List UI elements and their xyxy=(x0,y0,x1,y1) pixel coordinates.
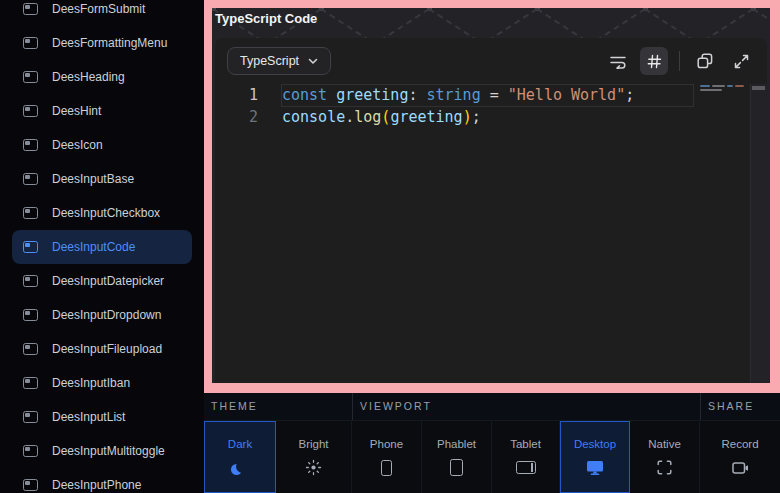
component-icon xyxy=(23,3,38,15)
component-icon xyxy=(23,173,38,185)
viewport-phone-button[interactable]: Phone xyxy=(352,421,422,493)
scrollbar-thumb[interactable] xyxy=(752,86,765,90)
sidebar-item-deesinputcheckbox[interactable]: DeesInputCheckbox xyxy=(12,196,192,230)
phone-icon xyxy=(381,459,392,477)
component-icon xyxy=(23,445,38,457)
toolbar-divider xyxy=(679,51,680,71)
minimap-line xyxy=(700,89,746,91)
code-area[interactable]: 1 const greeting: string = "Hello World"… xyxy=(215,84,767,128)
demo-stage-frame: TypeScript Code TypeScript xyxy=(204,0,780,393)
line-number: 1 xyxy=(215,84,258,106)
sidebar-item-label: DeesInputMultitoggle xyxy=(52,444,165,458)
word-wrap-icon[interactable] xyxy=(604,47,632,75)
sidebar-item-label: DeesIcon xyxy=(52,138,103,152)
sidebar-item-deesicon[interactable]: DeesIcon xyxy=(12,128,192,162)
section-share-header: SHARE xyxy=(700,393,780,420)
sidebar-item-deesinputmultitoggle[interactable]: DeesInputMultitoggle xyxy=(12,434,192,468)
pattern-decoration xyxy=(427,8,432,11)
component-icon xyxy=(23,139,38,151)
pattern-decoration xyxy=(319,8,324,11)
line-number: 2 xyxy=(215,106,258,128)
properties-bar-header: THEME VIEWPORT SHARE xyxy=(204,393,780,421)
component-icon xyxy=(23,343,38,355)
sidebar-item-label: DeesInputDropdown xyxy=(52,308,161,322)
line-numbers-icon[interactable] xyxy=(640,47,668,75)
component-icon xyxy=(23,309,38,321)
theme-bright-button[interactable]: Bright xyxy=(276,421,352,493)
component-list: DeesFormSubmit DeesFormattingMenu DeesHe… xyxy=(0,0,204,493)
section-viewport-header: VIEWPORT xyxy=(352,393,700,420)
code-line-1: 1 const greeting: string = "Hello World"… xyxy=(215,84,767,106)
sidebar-item-deesinputdatepicker[interactable]: DeesInputDatepicker xyxy=(12,264,192,298)
pattern-decoration xyxy=(751,8,756,11)
code-line-2: 2 console.log(greeting); xyxy=(215,106,767,128)
sidebar-item-deeshint[interactable]: DeesHint xyxy=(12,94,192,128)
language-select-value: TypeScript xyxy=(240,54,299,68)
component-icon xyxy=(23,377,38,389)
desktop-icon xyxy=(586,459,604,477)
language-select[interactable]: TypeScript xyxy=(227,47,331,75)
tablet-icon xyxy=(516,459,536,477)
chevron-down-icon xyxy=(308,58,318,65)
sidebar-item-deesinputdropdown[interactable]: DeesInputDropdown xyxy=(12,298,192,332)
component-icon xyxy=(23,207,38,219)
sidebar-item-label: DeesInputIban xyxy=(52,376,130,390)
sidebar-item-label: DeesInputDatepicker xyxy=(52,274,164,288)
sidebar-item-deesinputcode[interactable]: DeesInputCode xyxy=(12,230,192,264)
code-editor[interactable]: TypeScript xyxy=(215,38,767,383)
share-record-button[interactable]: Record xyxy=(700,421,780,493)
sidebar-item-label: DeesFormattingMenu xyxy=(52,36,167,50)
moon-icon xyxy=(233,459,247,477)
pattern-decoration xyxy=(643,8,648,11)
component-icon xyxy=(23,71,38,83)
app-window: DeesFormSubmit DeesFormattingMenu DeesHe… xyxy=(0,0,780,493)
component-icon xyxy=(23,479,38,491)
native-icon xyxy=(657,459,672,477)
viewport-phablet-button[interactable]: Phablet xyxy=(422,421,492,493)
component-icon xyxy=(23,275,38,287)
sidebar-item-label: DeesInputCheckbox xyxy=(52,206,160,220)
theme-dark-button[interactable]: Dark xyxy=(204,421,276,493)
code-line-content: const greeting: string = "Hello World"; xyxy=(258,84,634,106)
pattern-decoration xyxy=(535,8,540,11)
sidebar-item-deesinputfileupload[interactable]: DeesInputFileupload xyxy=(12,332,192,366)
expand-icon[interactable] xyxy=(727,47,755,75)
sidebar-item-label: DeesInputList xyxy=(52,410,125,424)
minimap-line xyxy=(700,85,746,87)
component-icon xyxy=(23,105,38,117)
sidebar-item-label: DeesInputCode xyxy=(52,240,135,254)
minimap[interactable] xyxy=(700,85,746,93)
properties-bar: THEME VIEWPORT SHARE Dark Bright Phone P… xyxy=(204,393,780,493)
editor-actions xyxy=(604,47,755,75)
sidebar-item-label: DeesHint xyxy=(52,104,101,118)
copy-icon[interactable] xyxy=(691,47,719,75)
component-icon xyxy=(23,241,38,253)
sun-icon xyxy=(305,459,322,477)
sidebar-item-deesinputphone[interactable]: DeesInputPhone xyxy=(12,468,192,493)
section-theme-header: THEME xyxy=(204,393,352,420)
editor-toolbar: TypeScript xyxy=(215,38,767,84)
editor-scrollbar[interactable] xyxy=(750,84,767,383)
sidebar-item-deesinputlist[interactable]: DeesInputList xyxy=(12,400,192,434)
phablet-icon xyxy=(450,459,463,477)
sidebar-item-label: DeesFormSubmit xyxy=(52,2,145,16)
sidebar-item-deesinputbase[interactable]: DeesInputBase xyxy=(12,162,192,196)
sidebar-item-label: DeesHeading xyxy=(52,70,125,84)
sidebar-item-deesformattingmenu[interactable]: DeesFormattingMenu xyxy=(12,26,192,60)
viewport-desktop-button[interactable]: Desktop xyxy=(560,421,630,493)
demo-title: TypeScript Code xyxy=(215,11,317,26)
viewport-tablet-button[interactable]: Tablet xyxy=(492,421,560,493)
sidebar-item-deesinputiban[interactable]: DeesInputIban xyxy=(12,366,192,400)
sidebar-item-deesformsubmit[interactable]: DeesFormSubmit xyxy=(12,0,192,26)
sidebar-item-label: DeesInputFileupload xyxy=(52,342,162,356)
demo-canvas: TypeScript Code TypeScript xyxy=(212,8,770,383)
viewport-native-button[interactable]: Native xyxy=(630,421,700,493)
sidebar-item-label: DeesInputBase xyxy=(52,172,134,186)
sidebar-item-deesheading[interactable]: DeesHeading xyxy=(12,60,192,94)
record-icon xyxy=(732,459,749,477)
code-line-content: console.log(greeting); xyxy=(258,106,481,128)
component-icon xyxy=(23,37,38,49)
component-sidebar: DeesFormSubmit DeesFormattingMenu DeesHe… xyxy=(0,0,204,493)
component-icon xyxy=(23,411,38,423)
sidebar-item-label: DeesInputPhone xyxy=(52,478,141,492)
